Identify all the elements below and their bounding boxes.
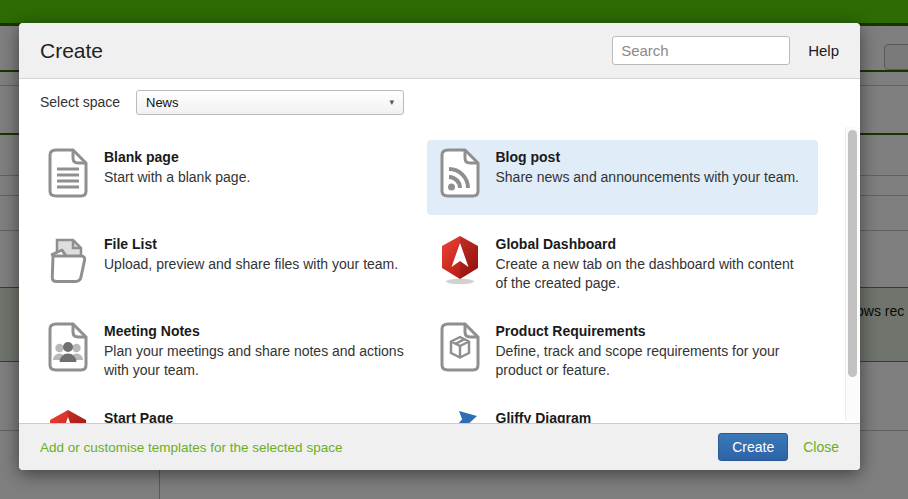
gliffy-diagram-icon [437, 409, 483, 423]
space-dropdown-value: News [146, 95, 389, 110]
select-space-row: Select space News ▾ [19, 79, 860, 125]
template-item-global-dashboard[interactable]: Global Dashboard Create a new tab on the… [427, 227, 819, 302]
template-title: Meeting Notes [104, 323, 412, 339]
template-item-meeting-notes[interactable]: Meeting Notes Plan your meetings and sha… [35, 314, 427, 389]
search-input[interactable] [612, 36, 790, 65]
meeting-notes-icon [45, 322, 91, 372]
template-description: Upload, preview and share files with you… [104, 255, 398, 274]
create-dialog: Create Help Select space News ▾ [19, 23, 860, 470]
product-requirements-icon [437, 322, 483, 372]
template-description: Plan your meetings and share notes and a… [104, 342, 412, 380]
dialog-header: Create Help [19, 23, 860, 79]
list-scrollbar-thumb[interactable] [848, 130, 857, 377]
chevron-down-icon: ▾ [389, 97, 394, 107]
close-link[interactable]: Close [803, 439, 839, 455]
template-title: Gliffy Diagram [496, 410, 742, 423]
template-title: File List [104, 236, 398, 252]
start-page-icon [45, 409, 91, 423]
template-description: Share news and announcements with your t… [496, 168, 800, 187]
create-button[interactable]: Create [718, 433, 788, 461]
dialog-title: Create [40, 39, 103, 63]
template-list: Blank page Start with a blank page. [19, 125, 860, 423]
dialog-footer: Add or customise templates for the selec… [19, 423, 860, 470]
template-description: Start with a blank page. [104, 168, 250, 187]
template-title: Blog post [496, 149, 800, 165]
file-list-icon [45, 235, 91, 285]
help-link[interactable]: Help [808, 42, 839, 59]
list-scrollbar-track[interactable] [845, 127, 859, 421]
customise-templates-link[interactable]: Add or customise templates for the selec… [40, 440, 342, 455]
blog-post-icon [437, 148, 483, 198]
template-item-gliffy-diagram[interactable]: Gliffy Diagram Add a blank page with a G… [427, 401, 819, 423]
template-title: Global Dashboard [496, 236, 804, 252]
template-title: Product Requirements [496, 323, 804, 339]
template-description: Define, track and scope requirements for… [496, 342, 804, 380]
template-item-blog-post[interactable]: Blog post Share news and announcements w… [427, 140, 819, 215]
template-title: Start Page [104, 410, 412, 423]
template-item-file-list[interactable]: File List Upload, preview and share file… [35, 227, 427, 302]
space-dropdown[interactable]: News ▾ [136, 90, 404, 115]
blank-page-icon [45, 148, 91, 198]
global-dashboard-icon [437, 235, 483, 285]
template-item-product-requirements[interactable]: Product Requirements Define, track and s… [427, 314, 819, 389]
template-item-blank-page[interactable]: Blank page Start with a blank page. [35, 140, 427, 215]
select-space-label: Select space [40, 94, 136, 110]
template-item-start-page[interactable]: Start Page Creates a page without naviga… [35, 401, 427, 423]
template-description: Create a new tab on the dashboard with c… [496, 255, 804, 293]
template-title: Blank page [104, 149, 250, 165]
